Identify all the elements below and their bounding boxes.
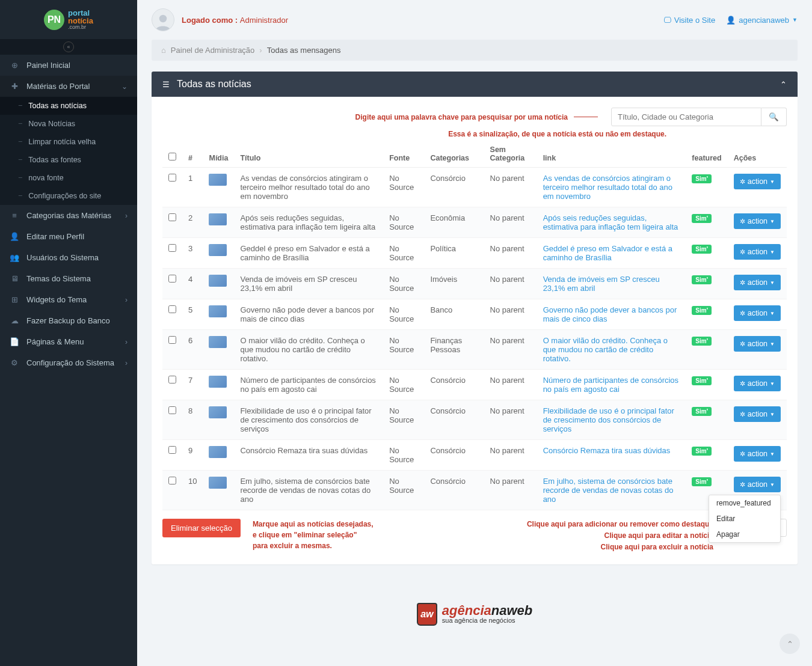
action-button[interactable]: ✲action▼ bbox=[734, 477, 781, 492]
row-checkbox[interactable] bbox=[168, 446, 176, 454]
row-source: No Source bbox=[383, 269, 424, 299]
avatar[interactable] bbox=[152, 8, 174, 31]
row-link[interactable]: Geddel é preso em Salvador e está a cami… bbox=[537, 238, 686, 269]
action-button[interactable]: ✲action▼ bbox=[734, 336, 781, 352]
row-link[interactable]: Número de participantes de consórcios no… bbox=[537, 370, 686, 400]
nav-item-5[interactable]: 🖥Temas do Sistema bbox=[0, 268, 137, 289]
row-title: Consórcio Remaza tira suas dúvidas bbox=[234, 440, 383, 471]
row-checkbox[interactable] bbox=[168, 406, 176, 414]
caret-down-icon: ▼ bbox=[770, 341, 775, 347]
media-thumb[interactable] bbox=[209, 376, 227, 388]
sub-item-2[interactable]: Limpar notícia velha bbox=[0, 133, 137, 151]
sidebar-collapse[interactable]: « bbox=[0, 39, 137, 55]
action-button[interactable]: ✲action▼ bbox=[734, 244, 781, 260]
row-title: As vendas de consórcios atingiram o terc… bbox=[234, 168, 383, 207]
action-button[interactable]: ✲action▼ bbox=[734, 446, 781, 462]
row-title: Venda de imóveis em SP cresceu 23,1% em … bbox=[234, 269, 383, 299]
sub-item-4[interactable]: nova fonte bbox=[0, 169, 137, 187]
search-button[interactable]: 🔍 bbox=[761, 108, 787, 126]
row-checkbox[interactable] bbox=[168, 275, 176, 283]
media-thumb[interactable] bbox=[209, 275, 227, 287]
action-button[interactable]: ✲action▼ bbox=[734, 174, 781, 189]
row-checkbox[interactable] bbox=[168, 477, 176, 484]
dropdown-edit[interactable]: Editar bbox=[709, 511, 780, 527]
featured-badge: Sim' bbox=[692, 477, 712, 486]
sub-item-3[interactable]: Todas as fontes bbox=[0, 151, 137, 169]
row-link[interactable]: O maior vilão do crédito. Conheça o que … bbox=[537, 330, 686, 370]
breadcrumb-root[interactable]: Painel de Administração bbox=[171, 46, 254, 55]
media-thumb[interactable] bbox=[209, 336, 227, 348]
footer-brand-1b: naweb bbox=[491, 603, 532, 618]
media-thumb[interactable] bbox=[209, 477, 227, 489]
row-checkbox[interactable] bbox=[168, 174, 176, 182]
dropdown-remove-featured[interactable]: remove_featured bbox=[709, 495, 780, 511]
row-checkbox[interactable] bbox=[168, 305, 176, 313]
username: agencianaweb bbox=[739, 16, 789, 25]
footer-brand-1a: agência bbox=[442, 603, 491, 618]
row-checkbox[interactable] bbox=[168, 336, 176, 344]
row-link[interactable]: Venda de imóveis em SP cresceu 23,1% em … bbox=[537, 269, 686, 299]
row-link[interactable]: As vendas de consórcios atingiram o terc… bbox=[537, 168, 686, 207]
nav-label: Configuração do Sistema bbox=[26, 358, 118, 367]
media-thumb[interactable] bbox=[209, 406, 227, 418]
search-hint: Digite aqui uma palavra chave para pesqu… bbox=[355, 113, 568, 121]
row-link[interactable]: Flexibilidade de uso é o principal fator… bbox=[537, 400, 686, 440]
row-category: Consórcio bbox=[424, 400, 484, 440]
row-category: Finanças Pessoas bbox=[424, 330, 484, 370]
nav-item-8[interactable]: 📄Páginas & Menu› bbox=[0, 331, 137, 352]
row-checkbox[interactable] bbox=[168, 213, 176, 221]
nav-item-6[interactable]: ⊞Widgets do Tema› bbox=[0, 289, 137, 310]
row-checkbox[interactable] bbox=[168, 244, 176, 252]
sub-item-0[interactable]: Todas as notícias bbox=[0, 97, 137, 115]
nav-item-3[interactable]: 👤Editar meu Perfil bbox=[0, 226, 137, 247]
nav-item-4[interactable]: 👥Usuários do Sistema bbox=[0, 247, 137, 268]
action-button[interactable]: ✲action▼ bbox=[734, 275, 781, 290]
nav-icon: ≡ bbox=[10, 211, 19, 220]
row-title: Após seis reduções seguidas, estimativa … bbox=[234, 207, 383, 238]
action-button[interactable]: ✲action▼ bbox=[734, 213, 781, 229]
gear-icon: ✲ bbox=[740, 310, 745, 317]
menu-icon[interactable]: ☰ bbox=[162, 80, 170, 89]
row-link[interactable]: Consórcio Remaza tira suas dúvidas bbox=[537, 440, 686, 471]
row-checkbox[interactable] bbox=[168, 376, 176, 383]
visit-site-link[interactable]: 🖵 Visite o Site bbox=[663, 16, 715, 25]
select-all-checkbox[interactable] bbox=[168, 153, 176, 160]
action-button[interactable]: ✲action▼ bbox=[734, 376, 781, 391]
col-header: # bbox=[182, 141, 203, 168]
nav-item-2[interactable]: ≡Categorias das Matérias› bbox=[0, 205, 137, 226]
table-row: 4 Venda de imóveis em SP cresceu 23,1% e… bbox=[162, 269, 787, 299]
row-link[interactable]: Em julho, sistema de consórcios bate rec… bbox=[537, 471, 686, 510]
media-thumb[interactable] bbox=[209, 446, 227, 458]
home-icon[interactable]: ⌂ bbox=[161, 46, 166, 55]
caret-down-icon: ▼ bbox=[770, 482, 775, 487]
panel-header: ☰ Todas as notícias ⌃ bbox=[152, 72, 798, 97]
action-hints: Clique aqui para adicionar ou remover co… bbox=[527, 519, 713, 554]
sub-item-5[interactable]: Configurações do site bbox=[0, 187, 137, 205]
nav-item-0[interactable]: ⊕Painel Inicial bbox=[0, 55, 137, 76]
row-link[interactable]: Governo não pode dever a bancos por mais… bbox=[537, 299, 686, 330]
logo[interactable]: PN portal notícia .com.br bbox=[0, 0, 137, 39]
caret-down-icon: ▼ bbox=[770, 219, 775, 224]
media-thumb[interactable] bbox=[209, 174, 227, 186]
nav-item-1[interactable]: ✚Matérias do Portal⌄ bbox=[0, 76, 137, 97]
scroll-top-button[interactable]: ⌃ bbox=[780, 634, 800, 654]
svg-point-0 bbox=[159, 15, 167, 23]
action-label: action bbox=[748, 480, 767, 489]
action-label: action bbox=[748, 248, 767, 256]
media-thumb[interactable] bbox=[209, 244, 227, 256]
user-menu[interactable]: 👤 agencianaweb ▼ bbox=[726, 16, 798, 25]
action-button[interactable]: ✲action▼ bbox=[734, 305, 781, 321]
dropdown-delete[interactable]: Apagar bbox=[709, 527, 780, 542]
row-link[interactable]: Após seis reduções seguidas, estimativa … bbox=[537, 207, 686, 238]
media-thumb[interactable] bbox=[209, 213, 227, 225]
search-input[interactable] bbox=[611, 108, 761, 126]
media-thumb[interactable] bbox=[209, 305, 227, 317]
delete-selection-button[interactable]: Eliminar selecção bbox=[162, 519, 241, 537]
sub-item-1[interactable]: Nova Notícias bbox=[0, 115, 137, 133]
nav-item-9[interactable]: ⚙Configuração do Sistema› bbox=[0, 352, 137, 373]
nav-item-7[interactable]: ☁Fazer Backup do Banco bbox=[0, 310, 137, 331]
table-row: 1 As vendas de consórcios atingiram o te… bbox=[162, 168, 787, 207]
action-button[interactable]: ✲action▼ bbox=[734, 406, 781, 422]
row-parent: No parent bbox=[484, 269, 537, 299]
chevron-up-icon[interactable]: ⌃ bbox=[780, 80, 787, 89]
